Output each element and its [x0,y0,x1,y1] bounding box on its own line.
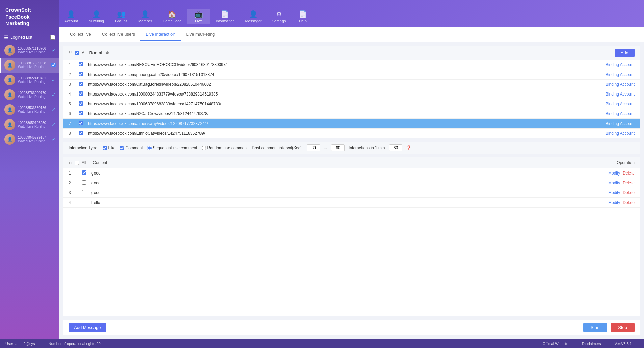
nav-messager[interactable]: 👤 Messager [240,9,267,24]
avatar-2: 👤 [4,60,15,71]
stop-button[interactable]: Stop [611,323,635,332]
binding-account-7[interactable]: Binding Account [606,121,635,126]
msg-row-3-checkbox[interactable] [82,190,86,194]
msg-row-1-delete[interactable]: Delete [623,171,635,176]
user-2-checkbox[interactable] [51,63,56,67]
like-checkbox-label[interactable]: Like [103,145,116,150]
room-row-5-checkbox[interactable] [79,101,83,106]
room-row-7[interactable]: 7 https://www.facebook.com/airhensway/vi… [63,119,640,129]
interactions-per-min-input[interactable] [389,144,402,151]
help-tooltip-icon[interactable]: ❓ [406,145,411,150]
sequential-radio-label[interactable]: Sequential use comment [147,145,197,150]
top-nav: 👤 Account 👤 Nurturing 👥 Groups 👤 Member … [59,0,644,27]
start-button[interactable]: Start [583,323,607,332]
random-radio[interactable] [202,146,206,150]
nav-live[interactable]: 📺 Live [187,9,210,24]
add-room-button[interactable]: Add [615,49,635,57]
msg-row-4-delete[interactable]: Delete [623,200,635,205]
msg-drag-handle-icon: ⠿ [69,160,72,165]
like-checkbox[interactable] [103,146,107,150]
sidebar-user-3[interactable]: 👤 100088822419481 WatchLive:RunIng ✓ [0,73,59,87]
binding-account-6[interactable]: Binding Account [606,111,635,116]
nav-member[interactable]: 👤 Member [133,9,157,24]
msg-row-2-modify[interactable]: Modify [608,181,620,185]
nav-groups[interactable]: 👥 Groups [109,9,133,24]
msg-row-1-modify[interactable]: Modify [608,171,620,176]
avatar-7: 👤 [4,134,15,145]
interval-to-input[interactable] [331,144,345,151]
nav-settings[interactable]: ⚙ Settings [267,9,291,24]
disclaimers-link[interactable]: Disclaimers [575,342,608,346]
sidebar-user-7[interactable]: 👤 100089045229157 WatchLive:RunIng ✓ [0,132,59,147]
binding-account-2[interactable]: Binding Account [606,72,635,77]
room-row-4[interactable]: 4 https://www.facebook.com/1000802448337… [63,89,640,99]
logined-list-header: ☰ Logined List [0,32,59,43]
room-row-1-checkbox[interactable] [79,62,83,66]
avatar-5: 👤 [4,104,15,115]
binding-account-3[interactable]: Binding Account [606,82,635,87]
version-label: Ver:V3.5.1 [608,342,639,346]
interval-from-input[interactable] [307,144,320,151]
msg-row-4-checkbox[interactable] [82,200,86,204]
sidebar-user-6[interactable]: 👤 100088659196250 WatchLive:RunIng ✓ [0,117,59,132]
msg-row-3-delete[interactable]: Delete [623,190,635,195]
nav-information[interactable]: 📄 Information [210,9,240,24]
message-section: ⠿ All Content Operation 1 good Modify De… [63,157,640,316]
check-icon-5: ✓ [52,107,56,112]
binding-account-8[interactable]: Binding Account [606,131,635,136]
msg-row-3-modify[interactable]: Modify [608,190,620,195]
bottom-action-bar: Add Message Start Stop [63,320,640,335]
room-table-header: ⠿ All RoomLink Add [63,46,640,60]
check-icon-7: ✓ [52,137,56,142]
msg-select-all-checkbox[interactable] [75,161,79,165]
binding-account-1[interactable]: Binding Account [606,62,635,67]
room-row-6-checkbox[interactable] [79,111,83,115]
username-status: Username:2@cys [5,342,42,346]
tab-live-interaction[interactable]: Live interaction [140,28,181,41]
nav-account[interactable]: 👤 Account [59,9,83,24]
official-website-link[interactable]: Official Website [536,342,575,346]
room-row-1[interactable]: 1 https://www.facebook.com/RESCUEinMOROC… [63,60,640,70]
room-row-4-checkbox[interactable] [79,91,83,96]
nav-help[interactable]: 📄 Help [291,9,315,24]
check-icon-3: ✓ [52,77,56,83]
tab-collect-live-users[interactable]: Collect live users [97,28,140,41]
random-radio-label[interactable]: Random use comment [202,145,248,150]
select-all-users-checkbox[interactable] [50,35,55,40]
sidebar-user-5[interactable]: 👤 100088536680186 WatchLive:RunIng ✓ [0,102,59,117]
room-row-2-checkbox[interactable] [79,72,83,76]
sequential-radio[interactable] [147,146,152,150]
binding-account-5[interactable]: Binding Account [606,102,635,106]
nav-homepage[interactable]: 🏠 HomePage [157,9,187,24]
msg-row-1: 1 good Modify Delete [63,168,640,178]
msg-row-3: 3 good Modify Delete [63,188,640,198]
msg-row-2-checkbox[interactable] [82,180,86,185]
msg-row-4: 4 hello Modify Delete [63,198,640,208]
msg-row-1-checkbox[interactable] [82,170,86,175]
sidebar-user-2[interactable]: 👤 100088817559958 WatchLive:RunIng [0,58,59,73]
msg-table-body: 1 good Modify Delete 2 good Modify Delet [63,168,640,316]
add-message-button[interactable]: Add Message [69,323,106,332]
room-row-3[interactable]: 3 https://www.facebook.com/CatBag.torebk… [63,80,640,89]
room-row-2[interactable]: 2 https://www.facebook.com/phuong.cat.52… [63,70,640,80]
room-row-3-checkbox[interactable] [79,82,83,86]
sidebar-user-1[interactable]: 👤 100088571118706 WatchLive:RunIng ✓ [0,43,59,58]
room-row-5[interactable]: 5 https://www.facebook.com/1000637896838… [63,99,640,109]
tab-live-marketing[interactable]: Live marketing [181,28,220,41]
nav-nurturing[interactable]: 👤 Nurturing [83,9,109,24]
tab-collect-live[interactable]: Collect live [64,28,97,41]
sidebar-user-4[interactable]: 👤 100088786900770 WatchLive:RunIng ✓ [0,87,59,102]
account-icon: 👤 [67,10,75,18]
room-row-8-checkbox[interactable] [79,131,83,135]
room-select-all-checkbox[interactable] [75,51,79,55]
content-area: ⠿ All RoomLink Add 1 https://www.faceboo… [59,42,644,339]
binding-account-4[interactable]: Binding Account [606,92,635,97]
room-row-6[interactable]: 6 https://www.facebook.com/N2CatCrew/vid… [63,109,640,119]
room-row-8[interactable]: 8 https://www.facebook.com/EthnicCat/vid… [63,129,640,138]
msg-row-4-modify[interactable]: Modify [608,200,620,205]
comment-checkbox[interactable] [120,146,124,150]
room-row-7-checkbox[interactable] [79,121,83,125]
msg-row-2-delete[interactable]: Delete [623,181,635,185]
comment-checkbox-label[interactable]: Comment [120,145,143,150]
check-icon-1: ✓ [52,48,56,53]
